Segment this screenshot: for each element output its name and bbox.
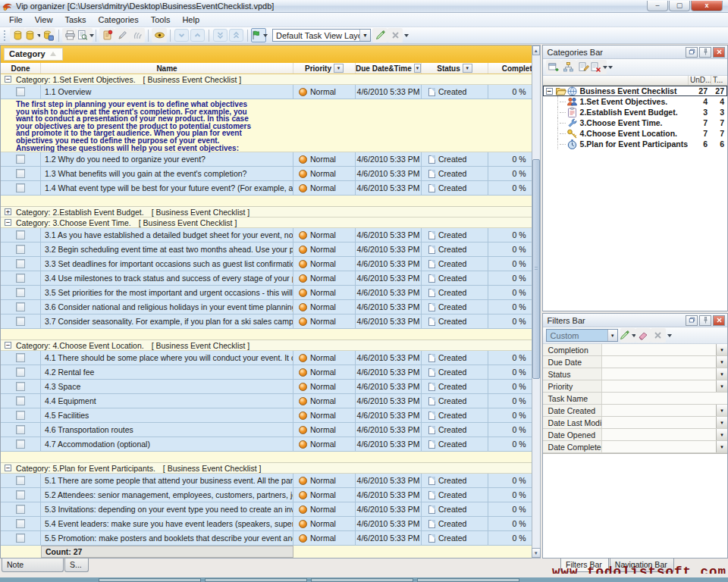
category-tree-item[interactable]: 2.Establish Event Budget.33: [543, 107, 727, 117]
expand-collapse-icon[interactable]: −: [5, 465, 11, 471]
save-database-button[interactable]: [40, 28, 55, 42]
filter-dropdown-icon[interactable]: ▼: [716, 429, 727, 440]
menu-file[interactable]: File: [3, 14, 29, 26]
task-row[interactable]: 4.7 Accommodation (optional)Normal4/6/20…: [1, 437, 532, 452]
column-header-name[interactable]: Name: [41, 63, 293, 74]
filter-dropdown-icon[interactable]: ▼: [716, 380, 727, 392]
done-checkbox[interactable]: [16, 245, 25, 254]
menu-categories[interactable]: Categories: [93, 14, 145, 26]
expand-collapse-icon[interactable]: −: [5, 342, 11, 349]
task-row[interactable]: 5.2 Attendees: senior management, employ…: [1, 488, 532, 502]
menu-help[interactable]: Help: [176, 14, 206, 26]
new-task-button[interactable]: [99, 28, 115, 42]
clear-task-button[interactable]: [130, 28, 145, 42]
filter-value-field[interactable]: [602, 429, 716, 440]
column-header-done[interactable]: Done: [1, 63, 41, 74]
done-checkbox[interactable]: [16, 169, 25, 178]
done-checkbox[interactable]: [16, 230, 25, 239]
new-database-button[interactable]: [10, 28, 25, 42]
done-checkbox[interactable]: [16, 87, 25, 96]
category-tree-item[interactable]: 5.Plan for Event Participants66: [543, 139, 727, 149]
filter-value-field[interactable]: [602, 380, 716, 392]
chevron-down-icon[interactable]: ▼: [607, 330, 617, 341]
filter-dropdown-icon[interactable]: ▼: [716, 368, 727, 380]
task-row[interactable]: 3.7 Consider seasonality. For example, i…: [1, 314, 532, 329]
task-row[interactable]: 5.5 Promotion: make posters and booklets…: [1, 531, 532, 546]
filter-value-field[interactable]: [602, 356, 716, 368]
done-checkbox[interactable]: [16, 440, 25, 449]
column-header-priority[interactable]: Priority▼: [293, 63, 356, 74]
filter-dropdown-icon[interactable]: ▼: [716, 417, 727, 428]
category-group-row[interactable]: −Category: 1.Set Event Objectives.[ Busi…: [1, 74, 532, 85]
task-row[interactable]: 3.6 Consider national and religious holi…: [1, 300, 532, 314]
done-checkbox[interactable]: [16, 353, 25, 362]
category-group-row[interactable]: −Category: 5.Plan for Event Participants…: [1, 463, 532, 474]
maximize-button[interactable]: ▢: [669, 1, 690, 11]
filter-dropdown-icon[interactable]: ▼: [463, 64, 472, 73]
task-row[interactable]: 1.2 Why do you need to organize your eve…: [1, 152, 532, 167]
panel-restore-button[interactable]: [686, 47, 698, 58]
task-row[interactable]: 5.3 Invitations: depending on your event…: [1, 502, 532, 517]
filter-dropdown-icon[interactable]: ▼: [716, 344, 727, 355]
task-view-button[interactable]: [251, 28, 266, 42]
filter-dropdown-icon[interactable]: ▼: [414, 64, 421, 73]
edit-layout-button[interactable]: [372, 28, 388, 42]
task-row[interactable]: 3.4 Use milestones to track status and s…: [1, 271, 532, 286]
panel-pin-button[interactable]: [699, 315, 711, 326]
close-button[interactable]: x: [691, 1, 723, 11]
category-group-row[interactable]: −Category: 3.Choose Event Time.[ Busines…: [1, 217, 532, 228]
filter-value-field[interactable]: [602, 393, 727, 404]
delete-filter-button[interactable]: [651, 328, 666, 343]
category-tree-item[interactable]: 4.Choose Event Location.77: [543, 128, 727, 139]
filter-dropdown-icon[interactable]: ▼: [716, 441, 727, 452]
filter-dropdown-icon[interactable]: ▼: [716, 405, 727, 416]
delete-layout-button[interactable]: [388, 28, 403, 42]
new-item-row[interactable]: [1, 196, 532, 207]
menu-view[interactable]: View: [29, 14, 59, 26]
panel-restore-button[interactable]: [686, 315, 698, 326]
print-preview-button[interactable]: [77, 28, 93, 42]
task-row[interactable]: 4.4 EquipmentNormal4/6/2010 5:33 PMCreat…: [1, 394, 532, 408]
done-checkbox[interactable]: [16, 534, 25, 543]
done-checkbox[interactable]: [16, 155, 25, 164]
done-checkbox[interactable]: [16, 288, 25, 297]
tab-s[interactable]: S...: [64, 559, 89, 572]
panel-close-button[interactable]: [713, 47, 725, 58]
done-checkbox[interactable]: [16, 183, 25, 192]
filter-dropdown-icon[interactable]: ▼: [334, 64, 344, 73]
category-group-row[interactable]: −Category: 4.Choose Event Location.[ Bus…: [1, 340, 532, 351]
toolbar-overflow-icon[interactable]: [667, 334, 672, 337]
expand-collapse-icon[interactable]: −: [546, 88, 553, 95]
category-tree-item[interactable]: −Business Event Checklist2727: [543, 86, 727, 96]
done-checkbox[interactable]: [16, 382, 25, 391]
task-row[interactable]: 4.6 Transportation routesNormal4/6/2010 …: [1, 423, 532, 437]
done-checkbox[interactable]: [16, 519, 25, 528]
category-group-row[interactable]: +Category: 2.Establish Event Budget.[ Bu…: [1, 207, 532, 217]
scroll-up-button[interactable]: ▲: [532, 45, 540, 55]
done-checkbox[interactable]: [16, 259, 25, 268]
task-row[interactable]: 1.1 OverviewNormal4/6/2010 5:33 PMCreate…: [1, 85, 532, 99]
done-checkbox[interactable]: [16, 425, 25, 434]
task-row[interactable]: 4.1 There should be some place where you…: [1, 351, 532, 365]
task-row[interactable]: 3.1 As you have established a detailed b…: [1, 228, 532, 242]
column-header-complete[interactable]: Complete: [488, 63, 532, 74]
filter-value-field[interactable]: [602, 405, 716, 416]
menu-tools[interactable]: Tools: [145, 14, 177, 26]
filter-preset-combobox[interactable]: Custom ▼: [546, 329, 618, 342]
task-row[interactable]: 4.5 FacilitiesNormal4/6/2010 5:33 PMCrea…: [1, 408, 532, 423]
grid-scrollbar[interactable]: ▲ ▼: [532, 45, 541, 559]
done-checkbox[interactable]: [16, 505, 25, 514]
task-row[interactable]: 1.4 What event type will be best for you…: [1, 181, 532, 196]
group-by-category-button[interactable]: Category: [4, 48, 63, 61]
task-row[interactable]: 1.3 What benefits will you gain at the e…: [1, 167, 532, 181]
filter-value-field[interactable]: [602, 368, 716, 380]
new-item-row[interactable]: [1, 452, 532, 463]
toolbar-overflow-icon[interactable]: [404, 34, 409, 37]
task-row[interactable]: 5.1 There are some people that attend yo…: [1, 474, 532, 488]
highlight-tasks-button[interactable]: [152, 28, 167, 42]
done-checkbox[interactable]: [16, 274, 25, 283]
add-subcategory-button[interactable]: [561, 60, 576, 74]
done-checkbox[interactable]: [16, 317, 25, 326]
menu-tasks[interactable]: Tasks: [58, 14, 92, 26]
done-checkbox[interactable]: [16, 368, 25, 377]
